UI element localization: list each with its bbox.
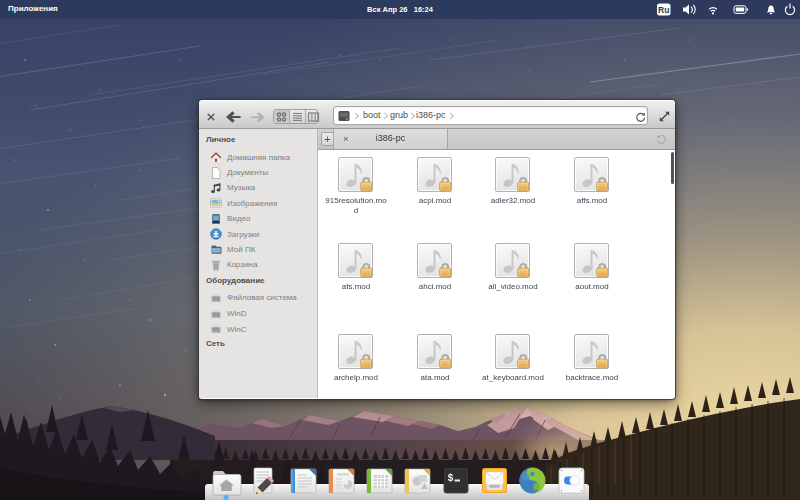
- svg-text:Ru: Ru: [658, 5, 669, 15]
- svg-text:$: $: [448, 473, 454, 484]
